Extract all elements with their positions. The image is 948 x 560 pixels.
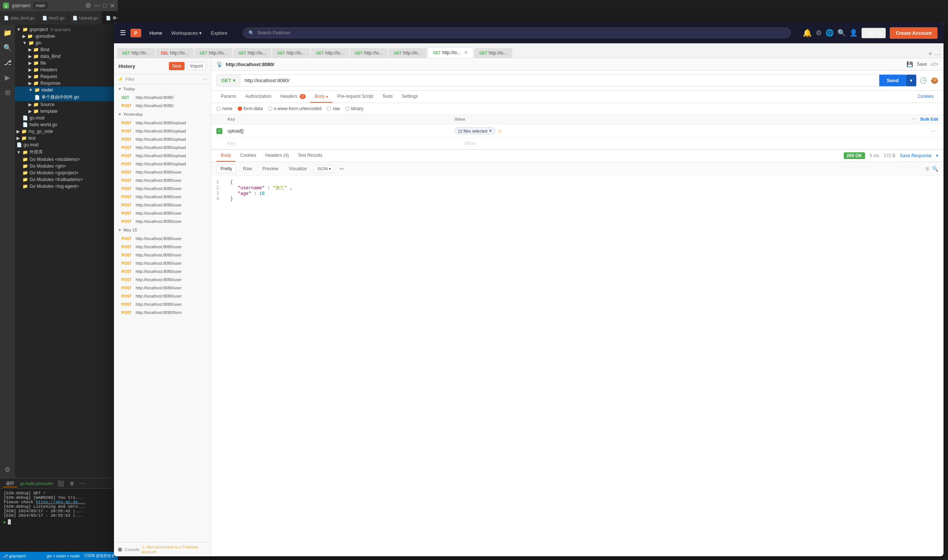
history-item-may15-user-6[interactable]: POST http://localhost:8080/user [114, 275, 211, 284]
terminal-options-icon[interactable]: ⋯ [80, 481, 85, 486]
tree-item-goproject-module[interactable]: 📁 Go Modules <goproject> [15, 169, 118, 176]
history-item-post-user-1[interactable]: POST http://localhost:8080/user [114, 168, 211, 176]
history-item-may15-user-2[interactable]: POST http://localhost:8080/user [114, 243, 211, 251]
radio-raw[interactable]: raw [327, 106, 340, 111]
ide-branch[interactable]: main [33, 2, 48, 9]
history-group-yesterday-header[interactable]: ▼ Yesterday [114, 110, 211, 119]
tab-body[interactable]: Body ● [310, 91, 333, 103]
wrap-icon[interactable]: ↩ [340, 166, 344, 172]
tab-more-icon[interactable]: ⋯ [934, 51, 940, 58]
history-item-post-upload-4[interactable]: POST http://localhost:8080/upload [114, 143, 211, 152]
tree-item-bind[interactable]: ▶ 📁 Bind [15, 46, 118, 53]
history-item-post-upload-6[interactable]: POST http://localhost:8080/upload [114, 160, 211, 168]
files-badge[interactable]: 12 files selected ✕ [454, 127, 496, 134]
copy-icon[interactable]: ⎘ [926, 166, 929, 172]
view-tab-visualize[interactable]: Visualize [285, 165, 310, 173]
tree-item-goproject[interactable]: ▼ 📁 goproject G:\goproject [15, 26, 118, 33]
send-button[interactable]: Send [879, 75, 906, 86]
tree-item-gin[interactable]: ▼ 📁 gin [15, 40, 118, 46]
tree-item-gomod-root[interactable]: 📄 go.mod [15, 142, 118, 148]
tab-headers[interactable]: Headers 8 [276, 91, 310, 103]
kv-more-icon[interactable]: ⋯ [912, 117, 916, 122]
req-tab-1[interactable]: GEThttp://lo... [117, 48, 155, 58]
save-response-dropdown-icon[interactable]: ▾ [936, 153, 938, 158]
ide-minimize-icon[interactable]: — [94, 2, 100, 9]
history-item-post-upload-5[interactable]: POST http://localhost:8080/upload [114, 152, 211, 160]
history-item-post-upload-1[interactable]: POST http://localhost:8080/upload [114, 119, 211, 127]
kv-val-placeholder[interactable]: Value [465, 141, 938, 146]
req-tab-5[interactable]: GEThttp://lo... [272, 48, 310, 58]
view-tab-pretty[interactable]: Pretty [216, 164, 236, 173]
tree-item-goroutine[interactable]: ▶ 📁 -goroutine- [15, 33, 118, 40]
req-tab-7[interactable]: GEThttp://lo... [350, 48, 388, 58]
history-group-today-header[interactable]: ▼ Today [114, 85, 211, 93]
req-tab-9[interactable]: GEThttp://lo... ✕ [428, 48, 474, 58]
format-select[interactable]: JSON ▾ [313, 165, 334, 173]
user-icon[interactable]: 👤 [849, 29, 858, 37]
tree-item-file[interactable]: ▶ 📁 file [15, 60, 118, 66]
kv-key-upload[interactable]: upload[] [228, 128, 454, 134]
tree-item-response[interactable]: ▶ 📁 Response [15, 80, 118, 87]
req-tab-3[interactable]: GEThttp://lo... [194, 48, 232, 58]
ide-tab-upload[interactable]: 📄Upload.go [69, 11, 102, 25]
tree-item-test[interactable]: ▶ 📁 test [15, 135, 118, 142]
tab-settings[interactable]: Settings [397, 91, 422, 103]
terminal-clear-icon[interactable]: 🗑 [70, 481, 74, 486]
activity-settings-icon[interactable]: ⚙ [2, 465, 13, 475]
search-icon-header[interactable]: 🔍 [837, 29, 846, 37]
ide-tab-bind1[interactable]: 📄bind1.go [39, 11, 69, 25]
resp-tab-cookies[interactable]: Cookies [235, 150, 261, 162]
history-item-post-user-6[interactable]: POST http://localhost:8080/user [114, 209, 211, 217]
translate-icon[interactable]: 🌐 [825, 29, 834, 37]
view-tab-raw[interactable]: Raw [239, 165, 256, 173]
tree-item-my-go-note[interactable]: ▶ 📁 my_go_note [15, 128, 118, 135]
kv-row-menu-icon[interactable]: ⋯ [931, 128, 935, 134]
ide-tab-data-bind[interactable]: 📄data_bind.go [0, 11, 39, 25]
tree-item-log-agent[interactable]: 📁 Go Modules <log-agent> [15, 183, 118, 190]
req-tab-8[interactable]: GEThttp://lo... [389, 48, 427, 58]
history-item-post-upload-2[interactable]: POST http://localhost:8080/upload [114, 127, 211, 135]
radio-binary[interactable]: binary [345, 106, 364, 111]
cookies-link[interactable]: Cookies [913, 91, 938, 103]
history-item-may15-form[interactable]: POST http://localhost:8080/form [114, 308, 211, 317]
resp-tab-body[interactable]: Body [216, 150, 235, 162]
bulk-edit-button[interactable]: Bulk Edit [920, 117, 938, 122]
sidebar-more-icon[interactable]: ⋯ [202, 77, 207, 82]
send-dropdown-button[interactable]: ▾ [906, 75, 916, 86]
history-item-may15-user-8[interactable]: POST http://localhost:8080/user [114, 292, 211, 300]
tree-item-request[interactable]: ▶ 📁 Request [15, 73, 118, 80]
save-button[interactable]: Save [917, 62, 927, 67]
kv-checkbox-1[interactable]: ✓ [216, 128, 222, 134]
ide-close-icon[interactable]: ✕ [110, 2, 115, 9]
history-item-post-root[interactable]: POST http://localhost:8080/ [114, 102, 211, 110]
history-group-may15-header[interactable]: ▼ May 15 [114, 226, 211, 234]
kv-key-placeholder[interactable]: Key [228, 141, 465, 146]
new-history-button[interactable]: New [169, 62, 185, 70]
history-item-post-user-4[interactable]: POST http://localhost:8080/user [114, 192, 211, 201]
nav-home[interactable]: Home [146, 29, 166, 37]
add-tab-icon[interactable]: + [928, 50, 932, 58]
history-item-post-upload-3[interactable]: POST http://localhost:8080/upload [114, 135, 211, 143]
history-item-may15-user-7[interactable]: POST http://localhost:8080/user [114, 284, 211, 292]
history-item-may15-user-5[interactable]: POST http://localhost:8080/user [114, 267, 211, 275]
save-response-button[interactable]: Save Response [900, 153, 931, 158]
postman-menu-icon[interactable]: ☰ [120, 29, 126, 37]
sign-in-button[interactable]: Sign In [861, 28, 886, 38]
tree-item-headers[interactable]: ▶ 📁 Headers [15, 66, 118, 73]
activity-debug-icon[interactable]: ▶ [2, 72, 13, 83]
radio-form-data[interactable]: form-data [238, 106, 263, 111]
view-tab-preview[interactable]: Preview [259, 165, 282, 173]
tree-item-template[interactable]: ▶ 📁 template [15, 108, 118, 115]
tree-item-kafkademo[interactable]: 📁 Go Modules <Kafkademo> [15, 176, 118, 183]
req-tab-6[interactable]: GEThttp://lo... [311, 48, 349, 58]
radio-urlencoded[interactable]: x-www-form-urlencoded [268, 106, 321, 111]
method-select[interactable]: GET ▾ [217, 75, 240, 86]
req-tab-10[interactable]: GEThttp://lo... [474, 48, 512, 58]
nav-explore[interactable]: Explore [207, 29, 231, 37]
ide-settings-icon[interactable]: ⚙ [85, 2, 91, 10]
history-item-may15-user-3[interactable]: POST http://localhost:8080/user [114, 251, 211, 259]
code-icon[interactable]: </> [931, 61, 938, 67]
search-response-icon[interactable]: 🔍 [932, 166, 938, 172]
resp-tab-test-results[interactable]: Test Results [293, 150, 327, 162]
activity-source-icon[interactable]: ⎇ [2, 57, 13, 68]
